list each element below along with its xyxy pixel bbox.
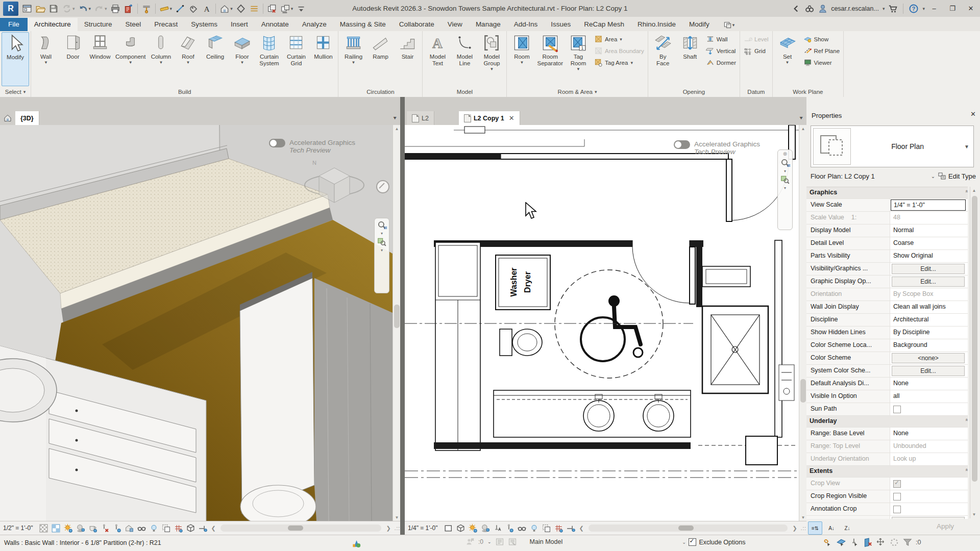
dropdown-chevron-icon[interactable]: ▾	[620, 37, 622, 42]
home-icon[interactable]	[3, 113, 12, 122]
property-value[interactable]	[890, 403, 968, 415]
tab-manage[interactable]: Manage	[469, 18, 507, 31]
navbar-chevron-icon[interactable]: ▾	[784, 186, 786, 190]
tab-modify[interactable]: Modify	[682, 18, 716, 31]
3d-view-canvas[interactable]: N Accelerated GraphicsTech Preview 2D▾▾	[0, 125, 393, 521]
property-edit-button[interactable]: Edit...	[892, 277, 965, 287]
property-value[interactable]: By Discipline	[890, 327, 968, 339]
sort-az-button[interactable]: A↓	[825, 522, 838, 534]
select-toggle-pin-icon[interactable]	[849, 537, 860, 547]
scrollbar-thumb[interactable]	[288, 525, 303, 531]
tabstrip-overflow-icon[interactable]: ⯆	[393, 115, 397, 122]
tab-annotate[interactable]: Annotate	[255, 18, 296, 31]
zoom-2d-icon[interactable]: 2D	[377, 220, 387, 230]
property-value[interactable]: Normal	[890, 224, 968, 237]
ribbon-button-show[interactable]: Show	[801, 34, 842, 44]
ribbon-button-model-group[interactable]: ModelGroup▼	[478, 32, 505, 86]
property-value[interactable]: 48	[890, 212, 968, 224]
ribbon-button-model-line[interactable]: ModelLine	[451, 32, 478, 86]
select-toggle-plane-icon[interactable]	[836, 537, 846, 547]
ribbon-display-chevron-icon[interactable]: ▾	[732, 22, 735, 28]
property-value[interactable]: Look up	[890, 453, 968, 465]
ribbon-button-curtain-grid[interactable]: CurtainGrid	[283, 32, 309, 86]
qat-openfolder-button[interactable]	[34, 2, 47, 15]
viewbar-glasses-icon[interactable]	[517, 523, 527, 533]
viewbar-pinx-icon[interactable]	[100, 523, 110, 533]
viewbar-pina-icon[interactable]	[493, 523, 502, 533]
viewbar-grid-icon[interactable]	[174, 523, 183, 533]
properties-section-graphics[interactable]: Graphics«	[806, 187, 968, 199]
design-options-chevron-icon[interactable]: ⌄	[682, 539, 686, 545]
dropdown-chevron-icon[interactable]: ▼	[520, 61, 524, 65]
search-back-icon[interactable]	[791, 4, 801, 14]
ribbon-button-grid[interactable]: Grid	[742, 46, 771, 56]
view-tab-l2[interactable]: L2	[407, 111, 434, 125]
qat-closewins-button[interactable]	[265, 2, 279, 15]
ribbon-button-ref-plane[interactable]: Ref Plane	[801, 46, 842, 56]
ribbon-button-wall[interactable]: Wall	[704, 34, 738, 44]
qat-textA-button[interactable]: A	[200, 2, 213, 15]
viewbar-pin-icon[interactable]	[112, 523, 122, 533]
tabstrip-overflow-icon[interactable]: ⯆	[799, 115, 803, 122]
tab-structure[interactable]: Structure	[78, 18, 119, 31]
viewbar-house-icon[interactable]	[125, 523, 134, 533]
dropdown-chevron-icon[interactable]: ▼	[352, 61, 356, 65]
ribbon-button-stair[interactable]: Stair	[394, 32, 421, 86]
ribbon-button-curtain-system[interactable]: CurtainSystem	[256, 32, 282, 86]
property-value[interactable]: Background	[890, 339, 968, 352]
tab-add-ins[interactable]: Add-Ins	[507, 18, 545, 31]
scrollbar-thumb[interactable]	[678, 525, 694, 531]
viewbar-sun-icon[interactable]	[63, 523, 73, 533]
horizontal-scrollbar[interactable]	[589, 524, 788, 532]
property-value[interactable]	[890, 490, 968, 503]
property-active-editbox[interactable]: 1/4" = 1'-0"	[891, 199, 966, 211]
navbar-close-icon[interactable]: ⊗	[783, 152, 787, 157]
dropdown-chevron-icon[interactable]: ▾	[630, 60, 633, 65]
3d-vertical-scrollbar[interactable]: ▲ ▼	[393, 125, 401, 521]
tab-issues[interactable]: Issues	[544, 18, 577, 31]
dropdown-chevron-icon[interactable]: ▼	[786, 61, 790, 65]
property-edit-button[interactable]: <none>	[892, 353, 965, 363]
qat-undo-button[interactable]: ▾	[77, 2, 93, 15]
panel-label[interactable]: Build	[31, 86, 338, 97]
viewbar-glasses-icon[interactable]	[137, 523, 146, 533]
view-tab-l2-copy-1[interactable]: L2 Copy 1✕	[459, 111, 520, 125]
qat-switchwins-button[interactable]: ▾	[279, 2, 295, 15]
apply-button[interactable]: Apply	[925, 522, 966, 534]
viewbar-style-icon[interactable]	[51, 523, 61, 533]
qat-measure-button[interactable]: ▾	[158, 2, 174, 15]
resize-grip[interactable]: .::	[801, 525, 806, 531]
property-edit-button[interactable]: Edit...	[892, 366, 965, 376]
horizontal-scrollbar[interactable]	[220, 524, 382, 532]
ribbon-button-model-text[interactable]: AModelText	[424, 32, 451, 86]
panel-label[interactable]: Opening	[648, 86, 740, 97]
ribbon-display-options[interactable]: ▾	[723, 20, 735, 31]
qat-tagloop-button[interactable]	[187, 2, 200, 15]
qat-thinlines-button[interactable]	[248, 2, 261, 15]
properties-close-icon[interactable]: ✕	[970, 110, 976, 118]
ribbon-button-wall[interactable]: Wall▼	[33, 32, 59, 86]
select-toggle-funnel-icon[interactable]	[902, 537, 913, 547]
dropdown-chevron-icon[interactable]: ▼	[240, 61, 244, 65]
panel-label[interactable]: Datum	[740, 86, 772, 97]
tab-insert[interactable]: Insert	[224, 18, 255, 31]
panel-label[interactable]: Work Plane	[773, 86, 844, 97]
tab-recap-mesh[interactable]: ReCap Mesh	[577, 18, 631, 31]
zoom-region-icon[interactable]	[377, 237, 387, 247]
property-checkbox[interactable]	[893, 493, 901, 500]
scroll-right-icon[interactable]: ❯	[385, 525, 391, 532]
floor-plan-canvas[interactable]: Washer Dryer Accelerated GraphicsTech Pr…	[405, 125, 799, 521]
type-selector[interactable]: Floor Plan ▼	[811, 126, 974, 167]
qat-appwindow-button[interactable]	[20, 2, 34, 15]
exclude-options-checkbox[interactable]	[689, 538, 696, 546]
property-value[interactable]	[890, 503, 968, 515]
ribbon-button-window[interactable]: Window	[87, 32, 113, 86]
search-icon[interactable]	[804, 4, 815, 14]
viewbar-copy-icon[interactable]	[542, 523, 551, 533]
ribbon-button-shaft[interactable]: Shaft	[677, 32, 703, 86]
property-value[interactable]: Edit...	[890, 263, 968, 275]
sort-za-button[interactable]: Z↓	[841, 522, 854, 534]
property-value[interactable]: Edit...	[890, 365, 968, 377]
viewbar-measure-icon[interactable]	[566, 523, 576, 533]
panel-label[interactable]: Model	[423, 86, 506, 97]
